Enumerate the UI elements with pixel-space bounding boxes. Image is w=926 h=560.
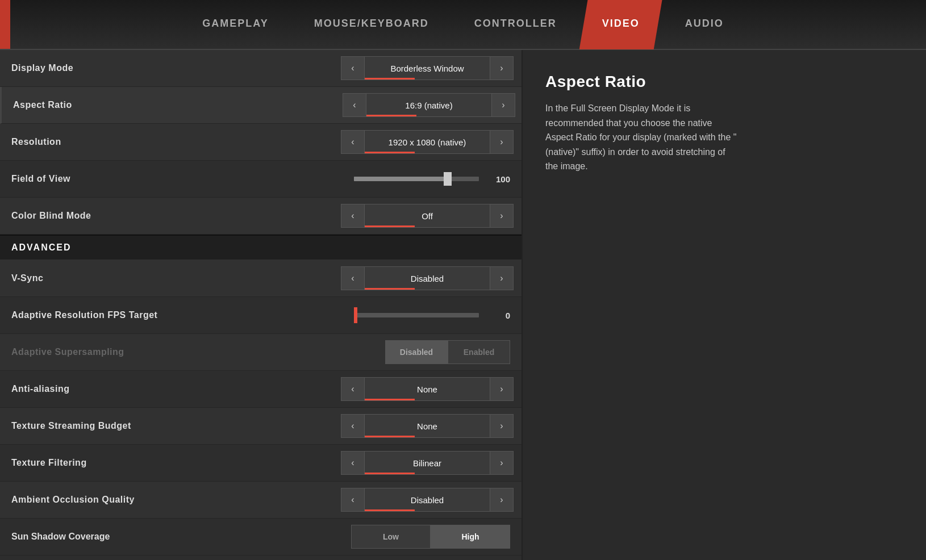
display-mode-row: Display Mode ‹ Borderless Window › [0, 50, 522, 87]
nav-tabs-container: GAMEPLAY MOUSE/KEYBOARD CONTROLLER VIDEO… [180, 0, 746, 49]
color-blind-row: Color Blind Mode ‹ Off › [0, 198, 522, 235]
texture-streaming-value: None [365, 414, 490, 438]
fps-slider-track[interactable] [354, 313, 479, 317]
resolution-prev[interactable]: ‹ [341, 130, 365, 154]
vsync-next[interactable]: › [490, 266, 514, 290]
anti-aliasing-prev[interactable]: ‹ [341, 377, 365, 401]
aspect-ratio-row: Aspect Ratio ‹ 16:9 (native) › [0, 87, 522, 124]
display-mode-prev[interactable]: ‹ [341, 56, 365, 80]
texture-streaming-row: Texture Streaming Budget ‹ None › [0, 408, 522, 445]
anti-aliasing-value: None [365, 377, 490, 401]
tab-audio[interactable]: AUDIO [662, 0, 746, 49]
fov-slider-fill [354, 177, 448, 181]
ambient-occlusion-row: Ambient Occlusion Quality ‹ Disabled › [0, 482, 522, 519]
anti-aliasing-next[interactable]: › [490, 377, 514, 401]
display-mode-value: Borderless Window [365, 56, 490, 80]
display-mode-label: Display Mode [11, 63, 341, 73]
vsync-selector: ‹ Disabled › [341, 266, 514, 290]
tab-video[interactable]: VIDEO [579, 0, 662, 49]
aspect-ratio-prev[interactable]: ‹ [343, 93, 366, 117]
tab-mouse-keyboard[interactable]: MOUSE/KEYBOARD [291, 0, 452, 49]
left-accent-bar [0, 0, 10, 49]
fov-label: Field of View [11, 174, 341, 184]
sun-shadow-row: Sun Shadow Coverage Low High [0, 519, 522, 555]
tab-controller[interactable]: CONTROLLER [452, 0, 579, 49]
texture-filtering-selector: ‹ Bilinear › [341, 451, 514, 475]
help-panel: Aspect Ratio In the Full Screen Display … [523, 50, 926, 560]
adaptive-fps-label: Adaptive Resolution FPS Target [11, 310, 341, 320]
ambient-occlusion-label: Ambient Occlusion Quality [11, 495, 341, 505]
fov-slider-container: 100 [354, 174, 510, 184]
texture-filtering-control: ‹ Bilinear › [341, 451, 514, 475]
resolution-label: Resolution [11, 137, 341, 147]
texture-filtering-value: Bilinear [365, 451, 490, 475]
color-blind-prev[interactable]: ‹ [341, 204, 365, 228]
vsync-row: V-Sync ‹ Disabled › [0, 260, 522, 297]
display-mode-next[interactable]: › [490, 56, 514, 80]
fps-value: 0 [487, 311, 510, 320]
display-mode-selector: ‹ Borderless Window › [341, 56, 514, 80]
color-blind-control: ‹ Off › [341, 204, 514, 228]
texture-filtering-row: Texture Filtering ‹ Bilinear › [0, 445, 522, 482]
adaptive-fps-row: Adaptive Resolution FPS Target 0 [0, 297, 522, 334]
adaptive-fps-control: 0 [341, 311, 510, 320]
adaptive-supersampling-label: Adaptive Supersampling [11, 347, 341, 357]
vsync-control: ‹ Disabled › [341, 266, 514, 290]
main-content: Display Mode ‹ Borderless Window › Aspec… [0, 50, 926, 560]
adaptive-supersampling-row: Adaptive Supersampling Disabled Enabled [0, 334, 522, 371]
ambient-occlusion-next[interactable]: › [490, 488, 514, 512]
anti-aliasing-selector: ‹ None › [341, 377, 514, 401]
fov-slider-track[interactable] [354, 177, 479, 181]
anti-aliasing-label: Anti-aliasing [11, 384, 341, 394]
vsync-prev[interactable]: ‹ [341, 266, 365, 290]
adaptive-supersampling-enabled-btn[interactable]: Enabled [448, 340, 510, 364]
ambient-occlusion-value: Disabled [365, 488, 490, 512]
aspect-ratio-label: Aspect Ratio [13, 100, 343, 110]
color-blind-label: Color Blind Mode [11, 211, 341, 221]
texture-filtering-prev[interactable]: ‹ [341, 451, 365, 475]
sun-shadow-high-btn[interactable]: High [431, 525, 510, 549]
texture-streaming-selector: ‹ None › [341, 414, 514, 438]
sun-shadow-label: Sun Shadow Coverage [11, 532, 341, 542]
fov-slider-thumb[interactable] [444, 172, 452, 186]
anti-aliasing-control: ‹ None › [341, 377, 514, 401]
color-blind-selector: ‹ Off › [341, 204, 514, 228]
texture-streaming-prev[interactable]: ‹ [341, 414, 365, 438]
aspect-ratio-next[interactable]: › [491, 93, 515, 117]
texture-filtering-label: Texture Filtering [11, 458, 341, 468]
resolution-control: ‹ 1920 x 1080 (native) › [341, 130, 514, 154]
ambient-occlusion-prev[interactable]: ‹ [341, 488, 365, 512]
sun-shadow-control: Low High [341, 525, 510, 549]
help-text: In the Full Screen Display Mode it is re… [545, 101, 739, 174]
aspect-ratio-selector: ‹ 16:9 (native) › [343, 93, 515, 117]
adaptive-supersampling-disabled-btn[interactable]: Disabled [385, 340, 448, 364]
fov-row: Field of View 100 [0, 161, 522, 198]
anti-aliasing-row: Anti-aliasing ‹ None › [0, 371, 522, 408]
resolution-selector: ‹ 1920 x 1080 (native) › [341, 130, 514, 154]
ambient-occlusion-control: ‹ Disabled › [341, 488, 514, 512]
tab-gameplay[interactable]: GAMEPLAY [180, 0, 291, 49]
color-blind-value: Off [365, 204, 490, 228]
resolution-next[interactable]: › [490, 130, 514, 154]
display-mode-control: ‹ Borderless Window › [341, 56, 514, 80]
fov-value: 100 [487, 174, 510, 184]
fps-slider-container: 0 [354, 311, 510, 320]
adaptive-supersampling-control: Disabled Enabled [341, 340, 510, 364]
resolution-value: 1920 x 1080 (native) [365, 130, 490, 154]
vsync-value: Disabled [365, 266, 490, 290]
texture-streaming-label: Texture Streaming Budget [11, 421, 341, 431]
ambient-occlusion-selector: ‹ Disabled › [341, 488, 514, 512]
texture-streaming-control: ‹ None › [341, 414, 514, 438]
texture-streaming-next[interactable]: › [490, 414, 514, 438]
sun-shadow-low-btn[interactable]: Low [351, 525, 431, 549]
settings-panel: Display Mode ‹ Borderless Window › Aspec… [0, 50, 523, 560]
color-blind-next[interactable]: › [490, 204, 514, 228]
aspect-ratio-control: ‹ 16:9 (native) › [343, 93, 515, 117]
fov-control: 100 [341, 174, 510, 184]
advanced-section-header: ADVANCED [0, 235, 522, 260]
help-title: Aspect Ratio [545, 73, 903, 91]
resolution-row: Resolution ‹ 1920 x 1080 (native) › [0, 124, 522, 161]
fps-slider-thumb[interactable] [354, 307, 357, 323]
adaptive-supersampling-toggle: Disabled Enabled [385, 340, 510, 364]
texture-filtering-next[interactable]: › [490, 451, 514, 475]
